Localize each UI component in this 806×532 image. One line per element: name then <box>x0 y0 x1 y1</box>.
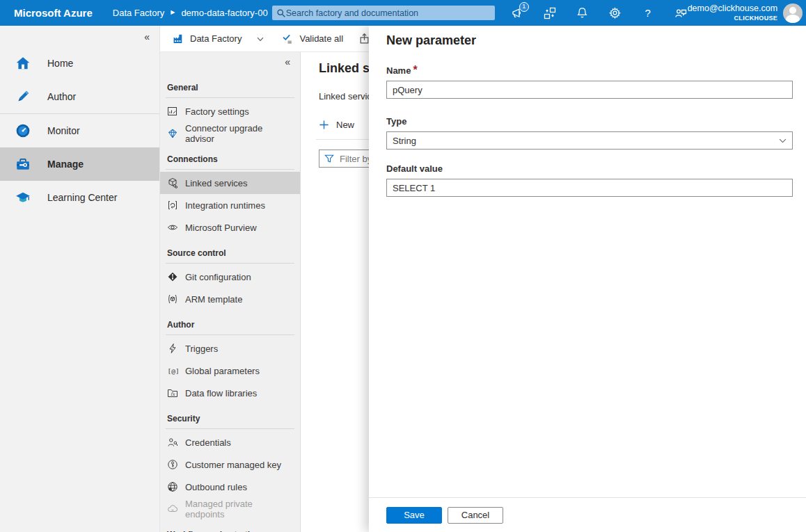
menu-item-microsoft-purview[interactable]: Microsoft Purview <box>160 216 300 239</box>
menu-item-outbound-rules[interactable]: Outbound rules <box>160 476 300 498</box>
gem-icon <box>167 128 178 139</box>
help-icon[interactable]: ? <box>641 6 655 20</box>
learning-cap-icon <box>15 190 31 205</box>
menu-item-managed-private-endpoints[interactable]: Managed private endpoints <box>160 498 300 520</box>
type-select[interactable]: String <box>386 131 793 150</box>
menu-item-credentials[interactable]: Credentials <box>160 431 300 453</box>
feedback-icon[interactable] <box>674 6 688 20</box>
menu-item-label: Outbound rules <box>185 482 247 492</box>
customer-managed-key-icon <box>167 459 178 470</box>
notifications-bell-icon[interactable] <box>576 6 590 20</box>
switch-view-icon[interactable] <box>543 6 557 20</box>
search-icon <box>276 8 286 18</box>
search-input[interactable] <box>286 8 491 18</box>
home-icon <box>15 56 31 71</box>
menu-item-factory-settings[interactable]: Factory settings <box>160 100 300 122</box>
menu-item-connector-upgrade-advisor[interactable]: Connector upgrade advisor <box>160 122 300 145</box>
global-search[interactable] <box>272 6 495 20</box>
monitor-gauge-icon <box>15 123 31 138</box>
factory-settings-icon <box>167 106 178 117</box>
purview-eye-icon <box>167 222 178 233</box>
sidebar-collapse-icon[interactable]: « <box>144 31 150 42</box>
new-parameter-panel: New parameter Name* Type String Default … <box>369 26 806 532</box>
menu-item-label: Customer managed key <box>185 460 281 470</box>
menu-item-integration-runtimes[interactable]: Integration runtimes <box>160 194 300 216</box>
avatar[interactable] <box>783 3 803 23</box>
account-email: demo@clickhouse.com <box>688 3 777 15</box>
menu-item-label: Git configuration <box>185 272 251 282</box>
menu-item-linked-services[interactable]: Linked services <box>160 172 300 194</box>
managed-private-endpoints-icon <box>167 503 178 515</box>
nav-item-author[interactable]: Author <box>0 80 159 113</box>
menu-section-author: Author <box>167 320 293 334</box>
section-divider <box>166 334 294 335</box>
author-pencil-icon <box>15 89 31 104</box>
menu-item-label: ARM template <box>185 294 242 305</box>
nav-item-learning-center[interactable]: Learning Center <box>0 181 159 214</box>
name-field[interactable] <box>386 81 793 99</box>
data-flow-libraries-icon: fx <box>167 387 178 398</box>
menu-item-label: Managed private endpoints <box>185 499 293 519</box>
data-factory-icon <box>173 33 184 45</box>
menu-section-connections: Connections <box>167 154 293 169</box>
menu-item-global-parameters[interactable]: [@] Global parameters <box>160 360 300 382</box>
announcements-icon[interactable]: 1 <box>510 6 524 20</box>
menu-item-label: Connector upgrade advisor <box>185 123 293 144</box>
linked-services-icon <box>167 177 178 188</box>
filter-funnel-icon <box>324 154 334 163</box>
menu-item-data-flow-libraries[interactable]: fx Data flow libraries <box>160 382 300 404</box>
panel-footer: Save Cancel <box>369 497 806 532</box>
azure-topbar: Microsoft Azure Data Factory ▶ demo-data… <box>0 0 806 26</box>
left-nav: « Home Author Monitor <box>0 26 160 532</box>
arm-template-icon <box>167 293 178 305</box>
section-divider <box>166 169 294 170</box>
settings-gear-icon[interactable] <box>608 6 622 20</box>
factory-selector-label[interactable]: Data Factory <box>190 33 242 44</box>
nav-label: Author <box>47 91 76 102</box>
menu-item-label: Linked services <box>185 178 248 188</box>
account-menu[interactable]: demo@clickhouse.com CLICKHOUSE <box>688 3 803 23</box>
menu-section-general: General <box>167 83 293 97</box>
menu-item-label: Factory settings <box>185 106 249 117</box>
menu-item-triggers[interactable]: Triggers <box>160 337 300 360</box>
nav-item-monitor[interactable]: Monitor <box>0 114 159 147</box>
breadcrumb-app[interactable]: Data Factory <box>113 8 164 18</box>
nav-label: Monitor <box>47 125 80 136</box>
nav-item-manage[interactable]: Manage <box>0 147 159 181</box>
menu-item-arm-template[interactable]: ARM template <box>160 288 300 310</box>
breadcrumb-resource[interactable]: demo-data-factory-00 <box>181 8 267 18</box>
default-value-field[interactable] <box>386 179 793 197</box>
menu-item-git-configuration[interactable]: Git configuration <box>160 266 300 288</box>
type-label: Type <box>386 116 406 127</box>
menu-item-label: Integration runtimes <box>185 200 265 211</box>
svg-text:[@]: [@] <box>168 367 179 375</box>
manage-toolbox-icon <box>15 156 31 172</box>
menu-item-label: Triggers <box>185 344 218 354</box>
credentials-icon <box>167 437 178 448</box>
menu-collapse-icon[interactable]: « <box>167 56 293 73</box>
menu-item-label: Data flow libraries <box>185 388 257 398</box>
announcements-badge: 1 <box>519 2 529 12</box>
chevron-down-icon[interactable] <box>257 37 264 42</box>
azure-brand: Microsoft Azure <box>14 7 93 19</box>
nav-label: Manage <box>47 159 84 170</box>
nav-label: Home <box>47 58 73 69</box>
panel-title: New parameter <box>386 33 793 48</box>
menu-section-source-control: Source control <box>167 248 293 263</box>
nav-item-home[interactable]: Home <box>0 47 159 80</box>
section-divider <box>166 263 294 264</box>
validate-all-button[interactable]: Validate all <box>282 33 343 45</box>
cancel-button[interactable]: Cancel <box>448 507 503 524</box>
menu-item-label: Global parameters <box>185 366 260 376</box>
required-asterisk: * <box>413 64 417 76</box>
type-selected-value: String <box>393 136 416 146</box>
menu-item-customer-managed-key[interactable]: Customer managed key <box>160 453 300 476</box>
menu-item-label: Microsoft Purview <box>185 223 257 233</box>
plus-icon <box>319 120 329 130</box>
manage-menu: « General Factory settings Connector upg… <box>160 52 301 532</box>
global-parameters-icon: [@] <box>167 365 178 376</box>
validate-all-label: Validate all <box>299 33 343 44</box>
section-divider <box>166 428 294 429</box>
save-button[interactable]: Save <box>386 507 442 524</box>
account-tenant: CLICKHOUSE <box>688 15 777 22</box>
